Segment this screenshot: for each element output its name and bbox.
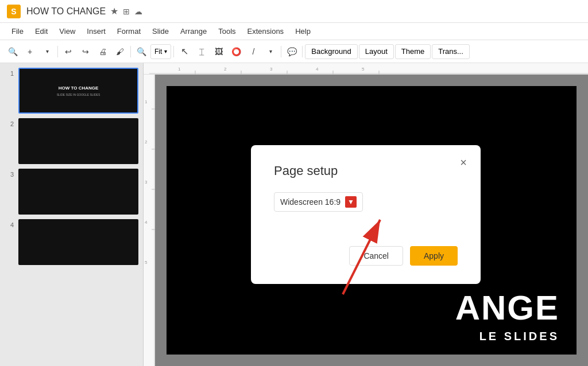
comment-btn[interactable]: 💬 — [284, 44, 300, 60]
dialog-close-btn[interactable]: × — [455, 154, 471, 170]
page-setup-dialog: Page setup × Widescreen 16:9 ▼ — [251, 145, 481, 284]
slide-thumbnail-3[interactable] — [18, 169, 138, 215]
slide-thumb-2[interactable]: 2 — [5, 118, 138, 164]
menu-format[interactable]: Format — [113, 26, 145, 37]
fit-dropdown[interactable]: Fit ▾ — [150, 44, 171, 59]
menu-slide[interactable]: Slide — [148, 26, 173, 37]
slide-thumbnail-4[interactable] — [18, 219, 138, 265]
redo-btn[interactable]: ↪ — [78, 44, 94, 60]
menu-bar: File Edit View Insert Format Slide Arran… — [0, 23, 588, 40]
menu-arrange[interactable]: Arrange — [176, 26, 211, 37]
dialog-title: Page setup — [274, 163, 458, 178]
drive-icon: ⊞ — [123, 7, 130, 16]
theme-btn[interactable]: Theme — [395, 44, 431, 59]
line-arrow-btn[interactable]: ▾ — [262, 44, 278, 60]
layout-btn[interactable]: Layout — [359, 44, 394, 59]
dropdown-value: Widescreen 16:9 — [280, 197, 341, 207]
canvas-area: 1 2 3 4 5 1 2 — [144, 63, 588, 366]
slide-num-3: 3 — [5, 171, 14, 178]
title-icons: ★ ⊞ ☁ — [110, 6, 142, 17]
zoom-percent-btn[interactable]: 🔍 — [133, 44, 149, 60]
slide-num-1: 1 — [5, 70, 14, 77]
sep1 — [57, 46, 58, 57]
slide-thumb-4[interactable]: 4 — [5, 219, 138, 265]
print-btn[interactable]: 🖨 — [95, 44, 111, 60]
shapes-btn[interactable]: ⭕ — [228, 44, 244, 60]
menu-view[interactable]: View — [55, 26, 80, 37]
transition-btn[interactable]: Trans... — [432, 44, 470, 59]
slide-thumb-3[interactable]: 3 — [5, 169, 138, 215]
dropdown-arrow: ▼ — [345, 196, 357, 208]
sep4 — [281, 46, 281, 57]
zoom-out-btn[interactable]: 🔍 — [5, 44, 21, 60]
menu-extensions[interactable]: Extensions — [243, 26, 289, 37]
content-area: 1 HOW TO CHANGE SLIDE SIZE IN GOOGLE SLI… — [0, 63, 588, 366]
slide-thumbnail-2[interactable] — [18, 118, 138, 164]
sep5 — [302, 46, 303, 57]
thumb-sub-1: SLIDE SIZE IN GOOGLE SLIDES — [57, 93, 100, 96]
menu-edit[interactable]: Edit — [30, 26, 52, 37]
slide-thumb-1[interactable]: 1 HOW TO CHANGE SLIDE SIZE IN GOOGLE SLI… — [5, 68, 138, 114]
sep3 — [173, 46, 174, 57]
zoom-menu-btn[interactable]: ▾ — [39, 44, 55, 60]
slide-thumbnail-1[interactable]: HOW TO CHANGE SLIDE SIZE IN GOOGLE SLIDE… — [18, 68, 138, 114]
fit-arrow: ▾ — [164, 48, 167, 54]
toolbar: 🔍 + ▾ ↩ ↪ 🖨 🖌 🔍 Fit ▾ ↖ ⌶ 🖼 ⭕ / ▾ 💬 Back… — [0, 40, 588, 63]
slide-num-2: 2 — [5, 120, 14, 127]
dialog-overlay: Page setup × Widescreen 16:9 ▼ — [144, 63, 588, 366]
app-icon: S — [7, 5, 21, 18]
apply-button[interactable]: Apply — [410, 246, 458, 266]
doc-title: HOW TO CHANGE — [26, 6, 106, 17]
star-icon[interactable]: ★ — [110, 6, 118, 17]
cancel-button[interactable]: Cancel — [349, 246, 403, 266]
image-btn[interactable]: 🖼 — [211, 44, 227, 60]
fit-label: Fit — [154, 48, 162, 56]
zoom-in-btn[interactable]: + — [22, 44, 38, 60]
sep2 — [130, 46, 131, 57]
sidebar: 1 HOW TO CHANGE SLIDE SIZE IN GOOGLE SLI… — [0, 63, 144, 366]
background-btn[interactable]: Background — [305, 44, 357, 59]
thumb-title-1: HOW TO CHANGE — [59, 85, 99, 91]
paint-format-btn[interactable]: 🖌 — [112, 44, 128, 60]
line-btn[interactable]: / — [245, 44, 261, 60]
menu-tools[interactable]: Tools — [214, 26, 240, 37]
cloud-icon: ☁ — [134, 7, 142, 16]
select-tool-btn[interactable]: ↖ — [176, 44, 192, 60]
select-text-btn[interactable]: ⌶ — [194, 44, 210, 60]
title-bar: S HOW TO CHANGE ★ ⊞ ☁ — [0, 0, 588, 23]
menu-help[interactable]: Help — [291, 26, 315, 37]
menu-file[interactable]: File — [7, 26, 28, 37]
dropdown-arrow-icon: ▼ — [347, 198, 354, 206]
slide-num-4: 4 — [5, 221, 14, 228]
dropdown-wrapper[interactable]: Widescreen 16:9 ▼ — [274, 192, 363, 212]
menu-insert[interactable]: Insert — [82, 26, 110, 37]
dialog-buttons: Cancel Apply — [274, 246, 458, 266]
undo-btn[interactable]: ↩ — [60, 44, 76, 60]
